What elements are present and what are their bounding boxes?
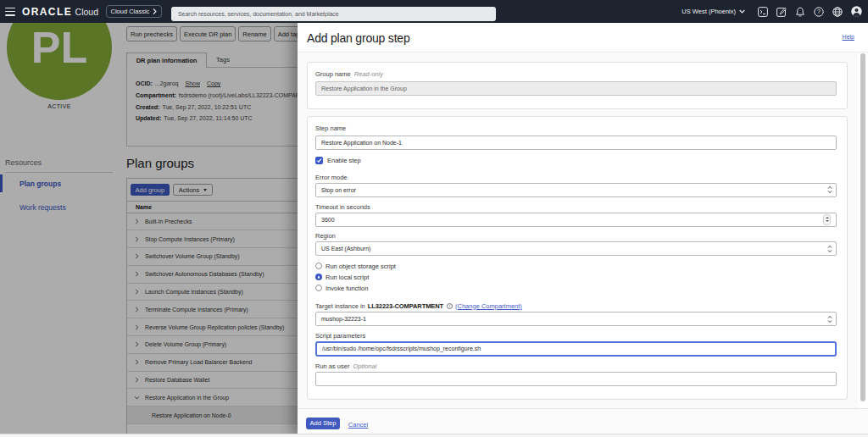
cloud-classic-label: Cloud Classic — [111, 8, 150, 15]
chevron-right-icon — [153, 8, 157, 14]
logo-cloud-text: Cloud — [75, 7, 98, 17]
run-as-user-input[interactable] — [315, 372, 837, 386]
run-as-user-label-text: Run as user — [315, 362, 349, 370]
user-avatar-icon[interactable] — [847, 3, 865, 21]
hamburger-menu-icon[interactable] — [5, 8, 15, 16]
error-mode-label: Error mode — [315, 174, 837, 181]
topbar-right: US West (Phoenix) ? — [682, 0, 868, 23]
global-search — [171, 4, 496, 19]
checkbox-checked-icon[interactable] — [315, 157, 323, 164]
add-plan-group-step-panel: Add plan group step Help Group nameRead-… — [298, 23, 868, 437]
step-name-label: Step name — [315, 124, 837, 132]
error-mode-value: Stop on error — [321, 187, 356, 193]
cancel-link[interactable]: Cancel — [348, 421, 368, 429]
timeout-label: Timeout in seconds — [315, 203, 837, 211]
region-select[interactable]: US East (Ashburn) — [315, 241, 837, 256]
group-name-label: Group nameRead-only — [315, 70, 837, 78]
panel-footer: Add Step Cancel — [298, 408, 868, 437]
timeout-input[interactable]: 3600 — [315, 213, 837, 227]
error-mode-select[interactable]: Stop on error — [315, 183, 837, 197]
run-as-user-label: Run as userOptional — [315, 362, 837, 370]
target-instance-label: Target instance in LL32223-COMPARTMENT i… — [315, 302, 837, 310]
svg-text:?: ? — [817, 8, 821, 14]
group-name-input[interactable] — [315, 81, 837, 96]
radio-label: Run object storage script — [326, 263, 396, 270]
chevron-down-icon — [739, 9, 745, 14]
target-compartment-name: LL32223-COMPARTMENT — [368, 302, 443, 310]
group-name-card: Group nameRead-only — [307, 62, 848, 109]
number-stepper-icon[interactable] — [823, 214, 831, 225]
region-label: Region — [315, 232, 837, 240]
select-arrows-icon — [827, 315, 832, 324]
script-type-radio-group: Run object storage script Run local scri… — [315, 263, 837, 292]
panel-header: Add plan group step Help — [298, 23, 868, 53]
target-instance-select[interactable]: mushop-32223-1 — [315, 312, 837, 326]
topbar: ORACLE Cloud Cloud Classic US West (Phoe… — [0, 0, 868, 23]
target-instance-prefix: Target instance in — [315, 302, 365, 310]
script-parameters-label: Script parameters — [315, 332, 837, 340]
region-value: US East (Ashburn) — [321, 246, 370, 252]
cloud-classic-button[interactable]: Cloud Classic — [106, 5, 162, 18]
radio-off-icon[interactable] — [315, 263, 322, 269]
horizontal-scrollbar-strip[interactable] — [0, 434, 868, 437]
select-arrows-icon — [827, 245, 832, 253]
script-parameters-input[interactable] — [315, 341, 837, 357]
oracle-cloud-logo: ORACLE Cloud — [22, 6, 98, 18]
target-instance-value: mushop-32223-1 — [321, 316, 366, 322]
group-name-readonly-hint: Read-only — [354, 70, 383, 78]
radio-invoke-function[interactable]: Invoke function — [315, 285, 837, 292]
logo-oracle-text: ORACLE — [22, 6, 72, 18]
region-selector[interactable]: US West (Phoenix) — [682, 8, 745, 15]
radio-on-icon[interactable] — [315, 274, 322, 280]
step-form-card: Step name Enable step Error mode Stop on… — [307, 116, 848, 400]
run-as-user-optional-hint: Optional — [353, 362, 376, 370]
enable-step-checkbox-row[interactable]: Enable step — [315, 157, 837, 164]
enable-step-label: Enable step — [327, 157, 361, 164]
group-name-label-text: Group name — [315, 70, 351, 78]
panel-title: Add plan group step — [307, 31, 410, 45]
cloud-shell-icon[interactable] — [754, 3, 772, 21]
help-link[interactable]: Help — [843, 34, 854, 40]
panel-body: Group nameRead-only Step name Enable ste… — [298, 53, 868, 408]
search-input[interactable] — [171, 7, 496, 21]
info-icon[interactable]: i — [447, 303, 453, 309]
region-label: US West (Phoenix) — [682, 8, 736, 15]
panel-scrollbar-thumb[interactable] — [860, 53, 865, 401]
radio-label: Invoke function — [326, 285, 368, 292]
notifications-bell-icon[interactable] — [791, 3, 810, 21]
announcements-icon[interactable] — [772, 3, 791, 21]
radio-run-local-script[interactable]: Run local script — [315, 274, 837, 281]
timeout-value: 3600 — [321, 217, 335, 223]
help-icon[interactable]: ? — [810, 3, 828, 21]
radio-label: Run local script — [326, 274, 369, 281]
language-globe-icon[interactable] — [828, 3, 847, 21]
radio-run-object-storage-script[interactable]: Run object storage script — [315, 263, 837, 270]
change-compartment-link[interactable]: (Change Compartment) — [455, 302, 522, 310]
select-arrows-icon — [827, 185, 832, 194]
radio-off-icon[interactable] — [315, 285, 322, 291]
step-name-input[interactable] — [315, 136, 837, 150]
add-step-button[interactable]: Add Step — [306, 418, 340, 429]
topbar-icons: ? — [754, 3, 865, 21]
